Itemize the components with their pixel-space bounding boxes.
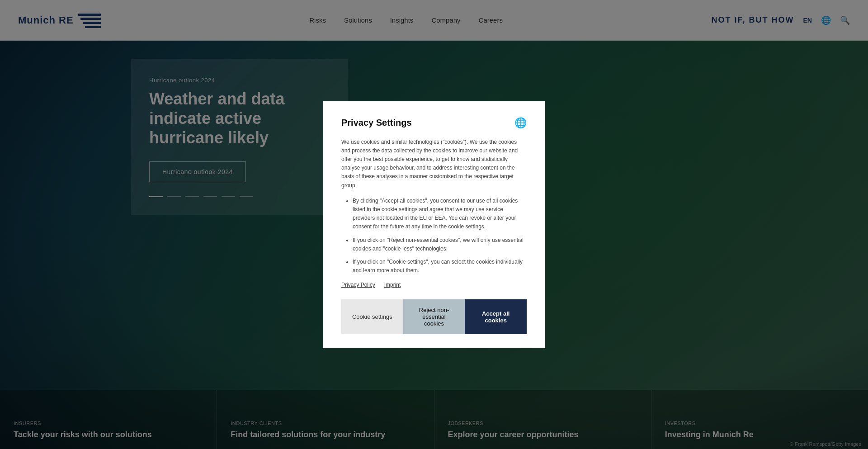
modal-buttons: Cookie settings Reject non-essential coo… <box>341 299 527 334</box>
modal-bullet-1: By clicking "Accept all cookies", you co… <box>353 197 527 232</box>
imprint-link[interactable]: Imprint <box>384 282 401 288</box>
modal-bullet-3: If you click on "Cookie settings", you c… <box>353 258 527 275</box>
modal-bullets-list: By clicking "Accept all cookies", you co… <box>348 197 527 275</box>
modal-body-text: We use cookies and similar technologies … <box>341 138 527 190</box>
modal-title: Privacy Settings <box>341 118 412 128</box>
privacy-policy-link[interactable]: Privacy Policy <box>341 282 375 288</box>
modal-links: Privacy Policy Imprint <box>341 282 527 288</box>
reject-cookies-button[interactable]: Reject non-essential cookies <box>403 299 465 334</box>
accept-all-cookies-button[interactable]: Accept all cookies <box>465 299 527 334</box>
modal-header: Privacy Settings 🌐 <box>341 117 527 129</box>
modal-bullet-2: If you click on "Reject non-essential co… <box>353 236 527 253</box>
privacy-modal: Privacy Settings 🌐 We use cookies and si… <box>323 101 545 348</box>
modal-overlay: Privacy Settings 🌐 We use cookies and si… <box>0 0 868 449</box>
modal-globe-icon[interactable]: 🌐 <box>514 117 527 129</box>
cookie-settings-button[interactable]: Cookie settings <box>341 299 403 334</box>
